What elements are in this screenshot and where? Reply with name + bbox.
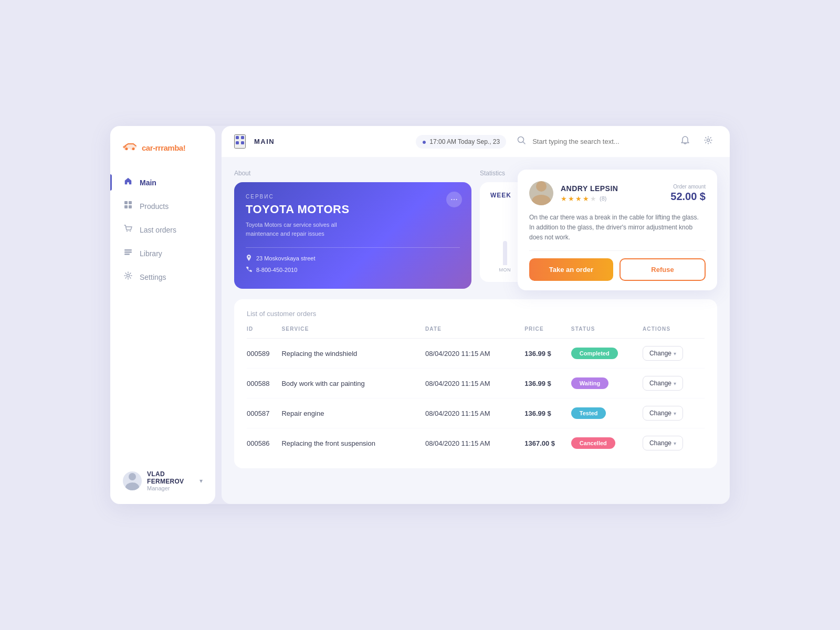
- user-profile[interactable]: VLAD FERMEROV Manager ▾: [110, 462, 215, 491]
- svg-rect-8: [124, 249, 132, 251]
- order-price-cell: 136.99 $: [524, 398, 571, 428]
- card-title: TOYOTA MOTORS: [246, 203, 460, 216]
- sidebar-library-label: Library: [140, 249, 162, 258]
- card-more-button[interactable]: ···: [446, 192, 462, 207]
- order-action-cell[interactable]: Change ▾: [643, 398, 705, 428]
- svg-point-21: [536, 181, 547, 192]
- table-row: 000586Replacing the front suspension08/0…: [247, 428, 705, 458]
- table-row: 000589Replacing the windshield08/04/2020…: [247, 339, 705, 369]
- sidebar-nav: Main Products Last orders Library: [110, 171, 215, 462]
- table-row: 000588Body work with car painting08/04/2…: [247, 369, 705, 398]
- user-role: Manager: [147, 485, 194, 491]
- orders-table: IDSERVICEDATEPRICESTATUSACTIONS 000589Re…: [247, 326, 705, 458]
- table-header-cell: DATE: [425, 326, 524, 339]
- change-button[interactable]: Change ▾: [643, 406, 683, 421]
- topbar: MAIN ● 17:00 AM Today Sep., 23: [222, 126, 730, 157]
- order-price-cell: 136.99 $: [524, 369, 571, 398]
- svg-point-0: [125, 148, 128, 150]
- location-icon: [246, 254, 252, 262]
- user-name: VLAD FERMEROV: [147, 470, 194, 485]
- svg-point-11: [127, 275, 130, 277]
- status-badge: Waiting: [571, 377, 608, 389]
- toyota-card: СЕРВИС TOYOTA MOTORS Toyota Motors car s…: [234, 182, 471, 289]
- about-section: About СЕРВИС TOYOTA MOTORS Toyota Motors…: [234, 170, 471, 289]
- change-button[interactable]: Change ▾: [643, 346, 683, 361]
- table-header-cell: ACTIONS: [643, 326, 705, 339]
- search-input[interactable]: [532, 138, 668, 145]
- sidebar-item-products[interactable]: Products: [110, 195, 215, 217]
- change-button[interactable]: Change ▾: [643, 436, 683, 450]
- dropdown-arrow-icon: ▾: [674, 440, 676, 446]
- svg-rect-17: [241, 141, 244, 144]
- table-header-cell: ID: [247, 326, 281, 339]
- status-badge: Completed: [571, 348, 618, 359]
- order-date-cell: 08/04/2020 11:15 AM: [425, 428, 524, 458]
- change-button[interactable]: Change ▾: [643, 376, 683, 391]
- time-text: 17:00 AM Today Sep., 23: [429, 138, 500, 145]
- sidebar-item-lastorders[interactable]: Last orders: [110, 218, 215, 241]
- svg-rect-16: [236, 141, 239, 144]
- logo-text: car-rrramba!: [142, 143, 185, 152]
- order-status-cell: Waiting: [571, 369, 643, 398]
- sidebar-item-main[interactable]: Main: [110, 171, 215, 194]
- order-action-cell[interactable]: Change ▾: [643, 369, 705, 398]
- svg-point-1: [132, 148, 135, 150]
- order-id-cell: 000589: [247, 339, 281, 369]
- card-desc: Toyota Motors car service solves all mai…: [246, 220, 351, 238]
- sidebar-settings-label: Settings: [140, 273, 166, 281]
- orders-section-title: List of customer orders: [247, 310, 705, 318]
- sidebar-lastorders-label: Last orders: [140, 226, 176, 234]
- svg-point-12: [129, 473, 136, 480]
- order-amount-block: Order amount 52.00 $: [670, 184, 706, 203]
- chart-bar-group: MON: [490, 241, 519, 272]
- grid-menu-button[interactable]: [234, 134, 246, 149]
- settings-button[interactable]: [699, 133, 717, 150]
- stats-period: WEEK: [490, 192, 511, 199]
- svg-point-6: [127, 231, 128, 232]
- order-service-cell: Replacing the windshield: [281, 339, 425, 369]
- order-date-cell: 08/04/2020 11:15 AM: [425, 339, 524, 369]
- order-status-cell: Cancelled: [571, 428, 643, 458]
- order-price-cell: 136.99 $: [524, 339, 571, 369]
- card-address: 23 Moskovskaya street: [256, 255, 316, 261]
- svg-point-19: [707, 139, 710, 142]
- order-date-cell: 08/04/2020 11:15 AM: [425, 398, 524, 428]
- order-action-cell[interactable]: Change ▾: [643, 339, 705, 369]
- order-divider: [529, 250, 706, 251]
- order-card: ANDRY LEPSIN ★ ★ ★ ★ ★ (8) Order a: [518, 170, 717, 290]
- refuse-button[interactable]: Refuse: [620, 258, 706, 281]
- search-area: [514, 133, 668, 150]
- app-container: car-rrramba! Main Products Last orders: [110, 126, 730, 504]
- card-service-label: СЕРВИС: [246, 194, 460, 200]
- logo-icon: [123, 141, 138, 154]
- chart-bar: [503, 241, 507, 265]
- order-amount-label: Order amount: [670, 184, 706, 190]
- notifications-button[interactable]: [676, 133, 694, 150]
- sidebar-item-library[interactable]: Library: [110, 242, 215, 265]
- phone-icon: [246, 266, 252, 274]
- topbar-actions: [676, 133, 717, 150]
- card-phone: 8-800-450-2010: [256, 267, 297, 273]
- order-description: On the car there was a break in the cabl…: [529, 213, 706, 243]
- dropdown-arrow-icon: ▾: [674, 381, 676, 386]
- order-user-name: ANDRY LEPSIN: [561, 184, 663, 193]
- svg-rect-10: [124, 254, 130, 255]
- avatar: [123, 471, 142, 490]
- order-price-cell: 1367.00 $: [524, 428, 571, 458]
- star-4: ★: [583, 195, 589, 203]
- order-status-cell: Completed: [571, 339, 643, 369]
- sidebar-products-label: Products: [140, 202, 169, 211]
- svg-point-22: [532, 195, 551, 205]
- sidebar-main-label: Main: [140, 178, 156, 187]
- status-badge: Tested: [571, 407, 606, 419]
- take-order-button[interactable]: Take an order: [529, 258, 613, 281]
- svg-rect-4: [124, 205, 128, 208]
- order-id-cell: 000586: [247, 428, 281, 458]
- order-action-cell[interactable]: Change ▾: [643, 428, 705, 458]
- order-actions: Take an order Refuse: [529, 258, 706, 281]
- star-1: ★: [561, 195, 567, 203]
- chevron-down-icon: ▾: [200, 477, 203, 485]
- sidebar-item-settings[interactable]: Settings: [110, 266, 215, 288]
- search-button[interactable]: [514, 133, 528, 150]
- card-divider: [246, 247, 460, 248]
